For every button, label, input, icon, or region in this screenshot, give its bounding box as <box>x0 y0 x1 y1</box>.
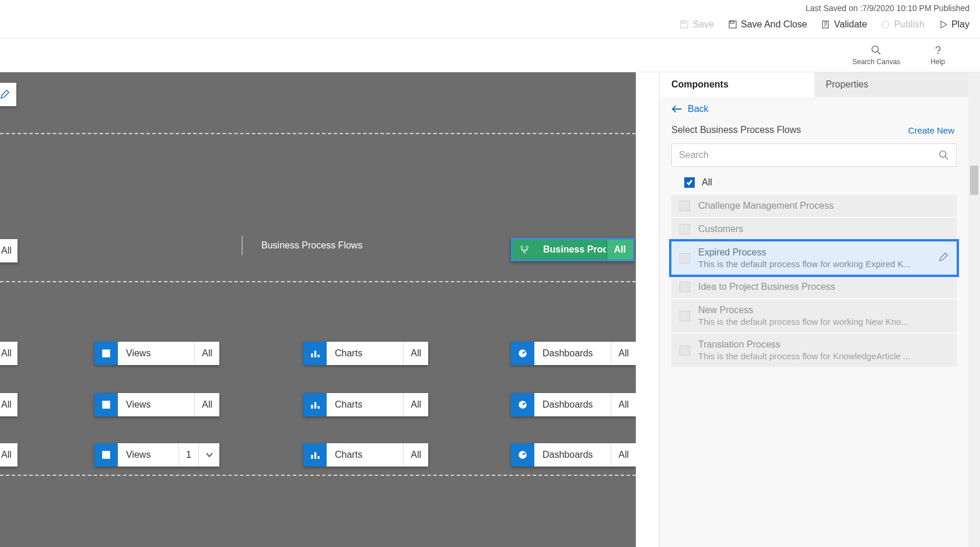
top-actions: Save Save And Close Validate Publish Pla… <box>680 14 970 35</box>
bar-chart-icon <box>303 342 327 365</box>
edit-node-button[interactable] <box>0 83 16 106</box>
tab-properties[interactable]: Properties <box>814 72 969 97</box>
validate-icon <box>821 20 831 29</box>
svg-rect-23 <box>311 455 313 459</box>
section-vline <box>242 236 243 255</box>
svg-rect-22 <box>102 451 110 459</box>
top-bar: Last Saved on :7/9/2020 10:10 PM Publish… <box>0 0 980 38</box>
edge-chip-label: All <box>0 443 18 467</box>
search-canvas-button[interactable]: Search Canvas <box>852 45 900 66</box>
checkbox[interactable] <box>680 224 690 234</box>
views-label: Views <box>118 342 194 365</box>
selected-bpf-chip[interactable]: Business Proces... All <box>511 238 635 261</box>
edge-chip-1[interactable]: All <box>0 239 18 262</box>
panel-title: Select Business Process Flows <box>671 125 801 135</box>
svg-point-5 <box>882 21 889 28</box>
save-button[interactable]: Save <box>680 19 713 30</box>
views-tag: 1 <box>178 443 198 467</box>
dashboards-label: Dashboards <box>534 342 611 365</box>
svg-rect-18 <box>311 405 313 409</box>
charts-chip-2[interactable]: Charts All <box>303 393 428 416</box>
publish-label: Publish <box>894 19 924 30</box>
search-input[interactable] <box>679 150 939 160</box>
checkbox[interactable] <box>680 345 690 356</box>
edge-chip-row2[interactable]: All <box>0 393 18 416</box>
checkbox[interactable] <box>680 201 690 211</box>
grid-icon <box>94 342 118 365</box>
section-divider-2 <box>0 281 636 282</box>
canvas-area: All Business Process Flows Business Proc… <box>0 72 659 547</box>
validate-button[interactable]: Validate <box>821 19 867 30</box>
edge-chip-label: All <box>0 393 18 416</box>
tab-components[interactable]: Components <box>660 72 814 97</box>
dashboards-label: Dashboards <box>534 393 611 416</box>
views-chip-1[interactable]: Views All <box>94 342 219 365</box>
create-new-link[interactable]: Create New <box>908 125 954 135</box>
dashboards-tag: All <box>611 393 636 416</box>
grid-icon <box>94 393 118 416</box>
svg-point-6 <box>872 45 878 52</box>
flow-icon <box>513 240 536 260</box>
last-saved-label: Last Saved on :7/9/2020 10:10 PM Publish… <box>806 3 970 13</box>
publish-icon <box>881 20 890 29</box>
edge-chip-row3[interactable]: All <box>0 443 18 467</box>
dashboards-chip-1[interactable]: Dashboards All <box>511 342 636 365</box>
charts-chip-3[interactable]: Charts All <box>303 443 428 467</box>
section-divider-3 <box>0 475 636 476</box>
svg-rect-15 <box>318 355 320 357</box>
publish-button[interactable]: Publish <box>881 19 924 30</box>
svg-rect-20 <box>318 406 320 409</box>
edit-process-button[interactable] <box>938 252 949 265</box>
process-name: Translation Process <box>698 339 949 350</box>
edge-chip-label: All <box>0 342 18 365</box>
section-divider <box>0 133 636 134</box>
charts-chip-1[interactable]: Charts All <box>303 342 428 365</box>
views-chip-2[interactable]: Views All <box>94 393 219 416</box>
views-tag: All <box>194 342 219 365</box>
play-label: Play <box>951 19 970 30</box>
help-button[interactable]: Help <box>930 45 945 66</box>
process-item[interactable]: Idea to Project Business Process <box>671 276 957 298</box>
arrow-left-icon <box>671 105 682 113</box>
charts-label: Charts <box>327 443 403 467</box>
views-dropdown[interactable] <box>198 443 219 467</box>
help-label: Help <box>930 58 945 66</box>
play-button[interactable]: Play <box>939 19 970 30</box>
checkbox[interactable] <box>680 253 690 264</box>
process-item[interactable]: Translation ProcessThis is the default p… <box>671 334 957 367</box>
selected-bpf-tag: All <box>606 240 633 260</box>
views-chip-3[interactable]: Views 1 <box>94 443 219 467</box>
save-and-close-button[interactable]: Save And Close <box>728 19 807 30</box>
scrollbar-thumb[interactable] <box>970 166 978 195</box>
process-item[interactable]: Expired ProcessThis is the default proce… <box>671 241 957 275</box>
dashboards-chip-2[interactable]: Dashboards All <box>511 393 636 416</box>
edge-chip-label: All <box>0 239 18 262</box>
svg-point-9 <box>521 246 523 248</box>
save-close-label: Save And Close <box>741 19 807 30</box>
panel-tabs: Components Properties <box>660 72 968 97</box>
checkbox-all[interactable] <box>684 177 695 188</box>
checkbox[interactable] <box>680 311 690 321</box>
design-canvas[interactable]: All Business Process Flows Business Proc… <box>0 72 636 547</box>
edge-chip-row1[interactable]: All <box>0 342 18 365</box>
bar-chart-icon <box>303 393 327 416</box>
help-icon <box>933 45 943 55</box>
process-name: Challenge Management Process <box>698 201 949 211</box>
search-box[interactable] <box>671 143 957 167</box>
back-button[interactable]: Back <box>660 97 968 121</box>
process-list: Challenge Management ProcessCustomersExp… <box>660 195 968 368</box>
process-item[interactable]: Challenge Management Process <box>671 195 957 217</box>
process-item[interactable]: New ProcessThis is the default process f… <box>671 299 957 332</box>
panel-scrollbar[interactable] <box>968 72 980 547</box>
process-desc: This is the default process flow for Kno… <box>698 351 949 361</box>
checkbox[interactable] <box>680 282 690 292</box>
process-item[interactable]: Customers <box>671 218 957 240</box>
all-label: All <box>702 177 712 188</box>
svg-rect-3 <box>730 21 734 23</box>
bar-chart-icon <box>303 443 327 467</box>
dashboards-chip-3[interactable]: Dashboards All <box>511 443 636 467</box>
svg-point-8 <box>937 52 938 53</box>
process-desc: This is the default process flow for wor… <box>698 259 930 269</box>
select-all-row[interactable]: All <box>660 171 968 195</box>
views-tag: All <box>194 393 219 416</box>
